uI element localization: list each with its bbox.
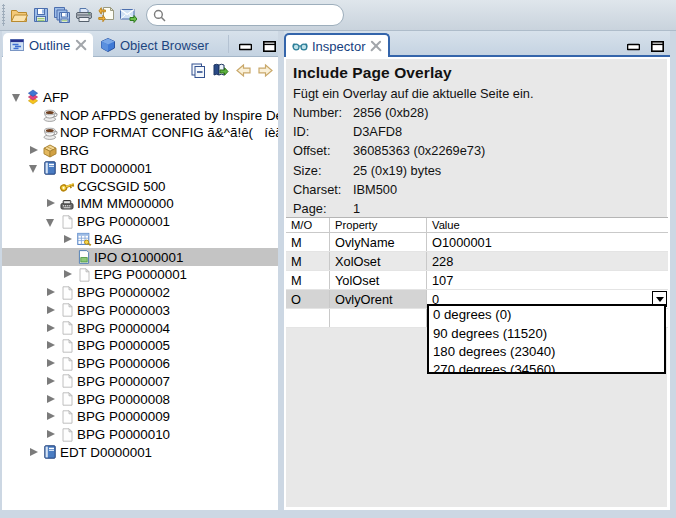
send-button[interactable] [117, 3, 138, 27]
property-row-xoloset[interactable]: MXolOset228 [286, 252, 668, 271]
field-label: Number: [293, 105, 353, 120]
toolbar-drag-handle[interactable] [2, 4, 5, 26]
outline-panel: Outline Object Browser AFP [2, 31, 278, 510]
tree-item-bpg-p0000007[interactable]: BPG P0000007 [2, 373, 278, 391]
search-input[interactable] [170, 6, 343, 24]
column-header-mo[interactable]: M/O [286, 218, 330, 232]
inspector-description: Fügt ein Overlay auf die aktuelle Seite … [286, 82, 667, 101]
expand-twisty-icon[interactable] [45, 288, 58, 298]
twisty-spacer [62, 252, 75, 262]
expand-twisty-icon[interactable] [45, 199, 58, 209]
collapse-all-button[interactable] [190, 62, 207, 79]
tree-item-label: BPG P0000007 [77, 374, 170, 389]
dropdown-option-3[interactable]: 270 degrees (34560) [429, 361, 664, 374]
tree-item-bpg-p0000009[interactable]: BPG P0000009 [2, 408, 278, 426]
tree-item-edt-d0000001[interactable]: EDT D0000001 [2, 444, 278, 462]
close-icon[interactable] [370, 40, 382, 52]
collapse-twisty-icon[interactable] [11, 92, 24, 102]
tree-item-bpg-p0000005[interactable]: BPG P0000005 [2, 337, 278, 355]
tree-item-nop-format[interactable]: NOP FORMAT CONFIG ã&^ã!ê( íèãã [2, 124, 278, 142]
property-row-yoloset[interactable]: MYolOset107 [286, 271, 668, 290]
expand-twisty-icon[interactable] [45, 305, 58, 315]
field-label: Size: [293, 163, 353, 178]
cell-property: YolOset [330, 271, 427, 289]
print-button[interactable] [74, 3, 95, 27]
inspector-content: Include Page Overlay Fügt ein Overlay au… [284, 57, 670, 510]
expand-twisty-icon[interactable] [28, 447, 41, 457]
expand-twisty-icon[interactable] [45, 323, 58, 333]
tree-item-label: BPG P0000004 [77, 321, 170, 336]
main-toolbar [0, 0, 676, 31]
dropdown-option-2[interactable]: 180 degrees (23040) [429, 342, 664, 360]
maximize-icon[interactable] [263, 38, 276, 49]
tree-item-imm-mm000000[interactable]: IMM MM000000 [2, 195, 278, 213]
column-header-property[interactable]: Property [330, 218, 427, 232]
tree-item-bpg-p0000003[interactable]: BPG P0000003 [2, 302, 278, 320]
outline-tabrow: Outline Object Browser [2, 31, 278, 57]
back-button[interactable] [235, 62, 252, 79]
tree-item-bpg-p0000008[interactable]: BPG P0000008 [2, 390, 278, 408]
page-icon [59, 427, 75, 443]
send-icon [119, 6, 137, 24]
dropdown-option-1[interactable]: 90 degrees (11520) [429, 324, 664, 342]
tree-item-label: BPG P0000002 [77, 285, 170, 300]
expand-twisty-icon[interactable] [45, 430, 58, 440]
link-editor-icon [212, 62, 229, 79]
tree-item-nop-afpds[interactable]: NOP AFPDS generated by Inspire De [2, 106, 278, 124]
page-icon [59, 338, 75, 354]
tree-item-bdt-d0000001[interactable]: BDT D0000001 [2, 160, 278, 178]
tree-item-label: NOP FORMAT CONFIG ã&^ã!ê( íèãã [60, 125, 278, 140]
field-label: Offset: [293, 143, 353, 158]
expand-twisty-icon[interactable] [45, 394, 58, 404]
tree-item-label: BPG P0000008 [77, 392, 170, 407]
expand-twisty-icon[interactable] [62, 270, 75, 280]
field-value: 1 [353, 201, 360, 216]
save-all-icon [53, 6, 71, 24]
tree-item-bpg-p0000006[interactable]: BPG P0000006 [2, 355, 278, 373]
save-all-button[interactable] [52, 3, 73, 27]
save-icon [32, 6, 50, 24]
collapse-twisty-icon[interactable] [28, 163, 41, 173]
minimize-icon[interactable] [627, 38, 640, 49]
tab-inspector[interactable]: Inspector [284, 33, 390, 57]
tree-item-bpg-p0000010[interactable]: BPG P0000010 [2, 426, 278, 444]
search-box[interactable] [146, 4, 344, 26]
expand-twisty-icon[interactable] [28, 146, 41, 156]
page-icon [59, 302, 75, 318]
expand-twisty-icon[interactable] [45, 359, 58, 369]
tab-outline[interactable]: Outline [3, 33, 93, 57]
field-label: ID: [293, 124, 353, 139]
expand-twisty-icon[interactable] [45, 412, 58, 422]
tree-item-bpg-p0000001[interactable]: BPG P0000001 [2, 213, 278, 231]
save-button[interactable] [30, 3, 51, 27]
dropdown-option-0[interactable]: 0 degrees (0) [429, 306, 664, 324]
forward-button[interactable] [257, 62, 274, 79]
expand-twisty-icon[interactable] [45, 341, 58, 351]
convert-button[interactable] [96, 3, 117, 27]
tab-object-browser[interactable]: Object Browser [94, 33, 215, 57]
tree-item-brg[interactable]: BRG [2, 142, 278, 160]
column-header-value[interactable]: Value [427, 218, 668, 232]
property-row-ovlyname[interactable]: MOvlyNameO1000001 [286, 233, 668, 252]
expand-twisty-icon[interactable] [45, 376, 58, 386]
tree-item-ipo-o1000001[interactable]: IPO O1000001 [2, 248, 278, 266]
field-id: ID:D3AFD8 [293, 122, 667, 141]
tree-item-label: NOP AFPDS generated by Inspire De [60, 108, 278, 123]
cell-mo: M [286, 233, 330, 251]
tree-item-bag[interactable]: BAG [2, 231, 278, 249]
tree-item-bpg-p0000004[interactable]: BPG P0000004 [2, 319, 278, 337]
collapse-twisty-icon[interactable] [45, 217, 58, 227]
tree-item-epg-p0000001[interactable]: EPG P0000001 [2, 266, 278, 284]
inspector-tabrow: Inspector [284, 31, 670, 57]
link-with-editor-button[interactable] [212, 62, 229, 79]
maximize-icon[interactable] [651, 38, 664, 49]
open-button[interactable] [8, 3, 29, 27]
tree-item-bpg-p0000002[interactable]: BPG P0000002 [2, 284, 278, 302]
tree-item-cgcsgid-500[interactable]: CGCSGID 500 [2, 177, 278, 195]
minimize-icon[interactable] [239, 38, 252, 49]
inspector-title: Include Page Overlay [286, 59, 667, 82]
close-icon[interactable] [75, 39, 87, 51]
expand-twisty-icon[interactable] [62, 234, 75, 244]
tree-item-afp[interactable]: AFP [2, 89, 278, 107]
tree-item-label: BPG P0000005 [77, 338, 170, 353]
